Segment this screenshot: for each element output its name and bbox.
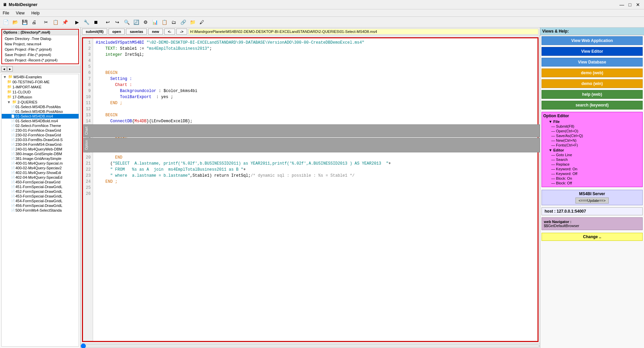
tree-item[interactable]: 📄 381-Image-GridArraySimple [2,156,79,161]
chart-side-btn[interactable]: Chart [83,124,540,137]
minimize-button[interactable]: — [618,2,625,8]
tree-item[interactable]: 📁 17-Diffusion [2,94,79,99]
submit-btn[interactable]: submit(f8) [82,29,107,35]
tb-search-btn[interactable]: 🔍 [122,18,131,27]
tree-item-selected[interactable]: 📄 01-Select-MS4DB.ms4 [2,114,79,119]
menu-open-recent[interactable]: Open Project -Recent-(*.prjms4) [2,57,78,63]
tb-stop-btn[interactable]: ⏹ [91,18,100,27]
tb-replace-btn[interactable]: 🔄 [132,18,140,27]
tree-item[interactable]: 📄 454-FormSpecial-DrawGridL [2,199,79,203]
oe-new[interactable]: — New(Ctrl+N) [543,138,641,143]
menu-help[interactable]: Help [30,10,41,16]
view-web-btn[interactable]: View Web Application [542,36,643,45]
tb-run-btn[interactable]: ▶ [73,18,81,27]
tree-item[interactable]: 📄 230-04-FormMS4-DrawGrid- [2,142,79,147]
tb-print-btn[interactable]: 🖨 [30,18,38,27]
tree-item[interactable]: 📄 456-FormSpecial-DrawGridL [2,203,79,208]
view-editor-btn[interactable]: View Editor [542,47,643,56]
tree-item[interactable]: 📁 1-IMPORT-MAKE [2,84,79,89]
menu-open-directory[interactable]: Open Directory -Tree Dialog- [2,36,78,41]
tree-item[interactable]: 📄 240-01-Ms4QueryWeb-DBM [2,147,79,151]
folder-icon: 📁 [7,95,12,99]
tree-item[interactable]: 📄 452-FormSpecial-DrawGridL [2,189,79,194]
tb-paste-btn[interactable]: 📌 [60,18,69,27]
editor-scrollbar[interactable] [81,343,540,348]
oe-goto[interactable]: — Goto Line [543,153,641,157]
tree-item-label: 240-01-Ms4QueryWeb-DBM [15,147,62,151]
tree-item[interactable]: 📁 11-CLOUD [2,89,79,94]
tree-item[interactable]: 📄 01-Select-MS4DBold.ms4 [2,119,79,123]
tb-extra3-btn[interactable]: 📋 [160,18,169,27]
tb-redo-btn[interactable]: ↪ [113,18,122,27]
tree-item[interactable]: 📄 400-01-Ms4Query-Special.m [2,161,79,166]
menu-view[interactable]: View [14,10,26,16]
close-button[interactable]: ✕ [635,2,641,8]
oe-save-as[interactable]: — Save/As(Ctrl+Q) [543,133,641,138]
menu-new-project[interactable]: New Project, new.ms4 [2,41,78,47]
tb-debug-btn[interactable]: 🔧 [82,18,91,27]
tree-item[interactable]: 📁 00-TESTING-FOR-ME [2,79,79,84]
oe-replace[interactable]: — Replace [543,162,641,167]
menu-open-project-file[interactable]: Open Project -File-(*.prjms4) [2,47,78,52]
tb-extra1-btn[interactable]: ⚙ [141,18,150,27]
file-icon: 📄 [11,129,15,132]
forward-btn[interactable]: -> [176,29,187,35]
oe-keyword-off[interactable]: — Keyword: Off [543,171,641,176]
maximize-button[interactable]: □ [627,2,633,8]
demo-win-btn[interactable]: demo (win) [542,79,643,88]
oe-block-off[interactable]: — Block: Off [543,181,641,185]
tb-extra7-btn[interactable]: 🖊 [198,18,206,27]
tb-save-btn[interactable]: 💾 [20,18,29,27]
tree-item-label: 400-02-Ms4Query-Speciav2 [15,166,62,170]
tb-cut-btn[interactable]: ✂ [42,18,50,27]
tree-item[interactable]: 📄 450-FormSpecial-DrawGrid [2,180,79,184]
tree-item[interactable]: 📄 02-Select-FormNice-Theme [2,123,79,128]
tree-collapse-left[interactable]: ◄ [1,66,7,72]
oe-keyword-on[interactable]: — Keyword: On [543,167,641,171]
tree-item-2queries[interactable]: ▼ 📁 2-QUERIES [2,99,79,104]
tree-item[interactable]: 📄 402-01-Ms4Query-ShowEdi [2,170,79,175]
editor-area[interactable]: 1234567891011121314151617181920212223242… [82,37,539,342]
tb-open-btn[interactable]: 📂 [11,18,19,27]
tb-extra2-btn[interactable]: 📊 [151,18,159,27]
tree-item[interactable]: 📄 453-FormSpecial-DrawGridL [2,194,79,199]
oe-submit[interactable]: — Submit(F8) [543,124,641,129]
oe-fonts[interactable]: — Fonts(Ctrl+F) [543,143,641,147]
tree-item[interactable]: 📄 01-Select-MS4DB-PositAbso [2,109,79,114]
tree-root[interactable]: ▼ 📁 MS4BI-Examples [2,74,79,79]
tree-item[interactable]: 📄 500-FormMs4-SelectStanda [2,208,79,213]
menu-save-project[interactable]: Save Project -File-(*.prjms4) [2,52,78,57]
tb-undo-btn[interactable]: ↩ [103,18,112,27]
menu-file[interactable]: File [1,10,10,16]
oe-open[interactable]: — Open(Ctrl+O) [543,129,641,133]
tree-item[interactable]: 📄 230-01-FormNice-DrawGrid [2,128,79,133]
demo-web-btn[interactable]: demo (web) [542,69,643,77]
save-as-btn[interactable]: save/as [126,29,147,35]
view-db-btn[interactable]: View Database [542,58,643,67]
option-side-btn[interactable]: Option [83,138,540,152]
tree-item[interactable]: 📄 402-04-Ms4Query-SpeciaEd [2,175,79,180]
tree-expand-right[interactable]: ► [7,66,13,72]
tree-item[interactable]: 📄 230-03-FormBts-DrawGrid-S [2,137,79,142]
search-keyword-btn[interactable]: search (keyword) [542,101,643,110]
tree-item[interactable]: 📄 01-Select-MS4DB-PositAbs [2,104,79,109]
tb-extra5-btn[interactable]: 🔗 [179,18,187,27]
change-btn[interactable]: Change .. [542,233,643,241]
open-btn[interactable]: open [109,29,125,35]
code-content[interactable]: #includeSYSpathMS4BI "\02-DEMO-DESKTOP-B… [93,38,538,341]
oe-search[interactable]: — Search [543,157,641,162]
tb-new-btn[interactable]: 📄 [1,18,10,27]
tb-extra4-btn[interactable]: 🗂 [169,18,178,27]
tree-item[interactable]: 📄 400-02-Ms4Query-Speciav2 [2,166,79,170]
tb-extra6-btn[interactable]: 📁 [188,18,197,27]
server-update-btn[interactable]: <===Update==> [575,198,608,204]
h-scrollbar[interactable] [81,344,540,348]
tree-item[interactable]: 📄 230-02-FormNice-DrawGrid [2,133,79,137]
tree-item[interactable]: 📄 451-FormSpecial-DrawGridL [2,184,79,189]
new-btn[interactable]: new [148,29,163,35]
tb-copy-btn[interactable]: 📋 [51,18,60,27]
back-btn[interactable]: <- [164,29,175,35]
oe-block-on[interactable]: — Block: On [543,176,641,181]
help-web-btn[interactable]: help (web) [542,90,643,99]
tree-item[interactable]: 📄 380-Image-GridSimple-DBM [2,151,79,156]
